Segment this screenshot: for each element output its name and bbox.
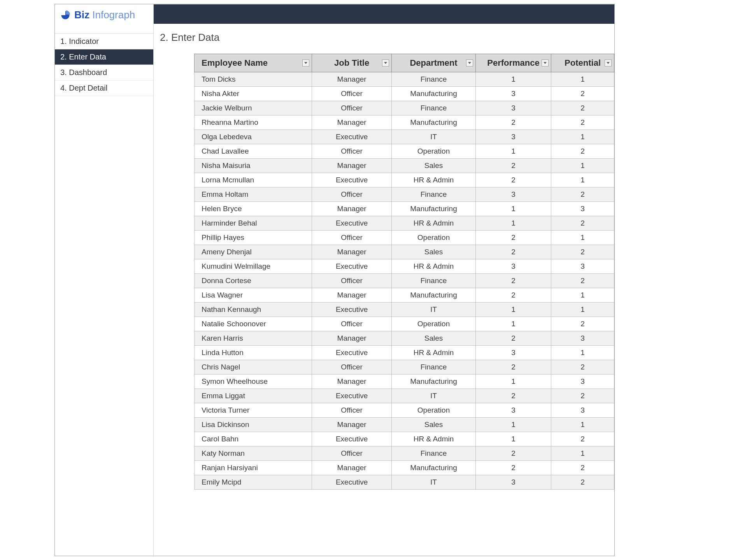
cell-perf: 1 xyxy=(475,202,551,216)
column-header-4[interactable]: Potential xyxy=(551,54,614,72)
cell-pot: 2 xyxy=(551,432,614,446)
table-row[interactable]: Victoria TurnerOfficerOperation33 xyxy=(195,403,614,418)
top-bar: Biz Infograph xyxy=(55,4,614,24)
cell-job: Manager xyxy=(312,202,392,216)
cell-pot: 2 xyxy=(551,187,614,202)
cell-name: Symon Wheelhouse xyxy=(195,374,312,389)
filter-dropdown-icon[interactable] xyxy=(542,60,549,66)
cell-dept: IT xyxy=(392,130,476,144)
table-row[interactable]: Emma LiggatExecutiveIT22 xyxy=(195,389,614,403)
cell-name: Phillip Hayes xyxy=(195,231,312,245)
table-row[interactable]: Donna CorteseOfficerFinance22 xyxy=(195,274,614,288)
cell-job: Manager xyxy=(312,288,392,303)
table-row[interactable]: Olga LebedevaExecutiveIT31 xyxy=(195,130,614,144)
cell-dept: Manufacturing xyxy=(392,461,476,475)
cell-dept: Sales xyxy=(392,159,476,173)
cell-job: Officer xyxy=(312,446,392,461)
table-row[interactable]: Chad LavalleeOfficerOperation12 xyxy=(195,144,614,159)
table-row[interactable]: Nisha AkterOfficerManufacturing32 xyxy=(195,87,614,101)
cell-pot: 2 xyxy=(551,87,614,101)
cell-pot: 1 xyxy=(551,72,614,87)
table-row[interactable]: Kumudini WelmillageExecutiveHR & Admin33 xyxy=(195,259,614,274)
sidebar-item-1[interactable]: 2. Enter Data xyxy=(55,49,153,65)
cell-perf: 1 xyxy=(475,72,551,87)
filter-dropdown-icon[interactable] xyxy=(302,60,309,66)
pie-chart-icon xyxy=(60,10,70,20)
cell-pot: 3 xyxy=(551,374,614,389)
table-row[interactable]: Emma HoltamOfficerFinance32 xyxy=(195,187,614,202)
cell-job: Executive xyxy=(312,259,392,274)
table-row[interactable]: Tom DicksManagerFinance11 xyxy=(195,72,614,87)
cell-dept: Operation xyxy=(392,144,476,159)
table-row[interactable]: Nisha MaisuriaManagerSales21 xyxy=(195,159,614,173)
cell-name: Ameny Dhenjal xyxy=(195,245,312,259)
brand-logo: Biz Infograph xyxy=(55,4,153,23)
table-row[interactable]: Jackie WelburnOfficerFinance32 xyxy=(195,101,614,116)
sidebar-item-3[interactable]: 4. Dept Detail xyxy=(55,80,153,96)
table-row[interactable]: Helen BryceManagerManufacturing13 xyxy=(195,202,614,216)
table-row[interactable]: Katy NormanOfficerFinance21 xyxy=(195,446,614,461)
cell-pot: 2 xyxy=(551,245,614,259)
cell-pot: 1 xyxy=(551,303,614,317)
table-row[interactable]: Natalie SchoonoverOfficerOperation12 xyxy=(195,317,614,331)
column-header-label: Job Title xyxy=(334,58,369,68)
cell-job: Manager xyxy=(312,72,392,87)
cell-dept: Finance xyxy=(392,446,476,461)
sidebar-item-0[interactable]: 1. Indicator xyxy=(55,34,153,49)
table-row[interactable]: Ranjan HarsiyaniManagerManufacturing22 xyxy=(195,461,614,475)
table-row[interactable]: Ameny DhenjalManagerSales22 xyxy=(195,245,614,259)
filter-dropdown-icon[interactable] xyxy=(605,60,612,66)
table-row[interactable]: Lisa WagnerManagerManufacturing21 xyxy=(195,288,614,303)
cell-perf: 2 xyxy=(475,461,551,475)
column-header-3[interactable]: Performance xyxy=(475,54,551,72)
cell-name: Katy Norman xyxy=(195,446,312,461)
cell-job: Officer xyxy=(312,144,392,159)
cell-pot: 2 xyxy=(551,144,614,159)
table-row[interactable]: Lorna McmullanExecutiveHR & Admin21 xyxy=(195,173,614,187)
column-header-label: Performance xyxy=(487,58,540,68)
cell-name: Rheanna Martino xyxy=(195,116,312,130)
cell-name: Donna Cortese xyxy=(195,274,312,288)
table-row[interactable]: Rheanna MartinoManagerManufacturing22 xyxy=(195,116,614,130)
cell-perf: 2 xyxy=(475,360,551,374)
table-row[interactable]: Phillip HayesOfficerOperation21 xyxy=(195,231,614,245)
table-row[interactable]: Chris NagelOfficerFinance22 xyxy=(195,360,614,374)
column-header-label: Employee Name xyxy=(202,58,268,68)
cell-job: Officer xyxy=(312,187,392,202)
cell-dept: IT xyxy=(392,303,476,317)
cell-perf: 1 xyxy=(475,432,551,446)
column-header-1[interactable]: Job Title xyxy=(312,54,392,72)
table-row[interactable]: Nathan KennaughExecutiveIT11 xyxy=(195,303,614,317)
column-header-2[interactable]: Department xyxy=(392,54,476,72)
cell-perf: 2 xyxy=(475,446,551,461)
table-row[interactable]: Harminder BehalExecutiveHR & Admin12 xyxy=(195,216,614,231)
cell-job: Executive xyxy=(312,173,392,187)
cell-pot: 2 xyxy=(551,116,614,130)
column-header-label: Potential xyxy=(565,58,601,68)
cell-job: Officer xyxy=(312,231,392,245)
table-row[interactable]: Carol BahnExecutiveHR & Admin12 xyxy=(195,432,614,446)
cell-pot: 2 xyxy=(551,216,614,231)
filter-dropdown-icon[interactable] xyxy=(466,60,473,66)
sidebar-item-2[interactable]: 3. Dashboard xyxy=(55,65,153,80)
cell-pot: 3 xyxy=(551,202,614,216)
cell-pot: 3 xyxy=(551,331,614,346)
cell-dept: HR & Admin xyxy=(392,216,476,231)
filter-dropdown-icon[interactable] xyxy=(382,60,389,66)
cell-job: Manager xyxy=(312,245,392,259)
table-row[interactable]: Symon WheelhouseManagerManufacturing13 xyxy=(195,374,614,389)
cell-job: Officer xyxy=(312,403,392,418)
cell-job: Executive xyxy=(312,346,392,360)
cell-perf: 2 xyxy=(475,274,551,288)
column-header-0[interactable]: Employee Name xyxy=(195,54,312,72)
cell-name: Chris Nagel xyxy=(195,360,312,374)
table-row[interactable]: Karen HarrisManagerSales23 xyxy=(195,331,614,346)
table-row[interactable]: Linda HuttonExecutiveHR & Admin31 xyxy=(195,346,614,360)
cell-dept: HR & Admin xyxy=(392,259,476,274)
cell-name: Lisa Dickinson xyxy=(195,418,312,432)
table-row[interactable]: Lisa DickinsonManagerSales11 xyxy=(195,418,614,432)
cell-dept: Finance xyxy=(392,101,476,116)
cell-job: Executive xyxy=(312,432,392,446)
cell-pot: 1 xyxy=(551,446,614,461)
table-row[interactable]: Emily McipdExecutiveIT32 xyxy=(195,475,614,490)
